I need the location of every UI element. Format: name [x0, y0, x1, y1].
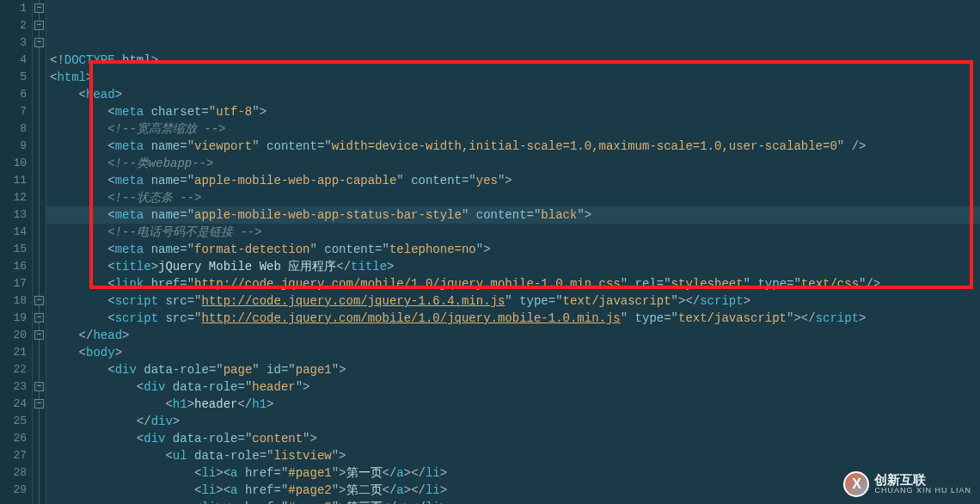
code-editor[interactable]: 1234567891011121314151617181920212223242…: [0, 0, 980, 504]
fold-marker-icon[interactable]: −: [34, 330, 44, 340]
code-token-punct: >: [151, 53, 158, 67]
code-token-tag: div: [144, 432, 165, 446]
fold-marker-icon[interactable]: −: [34, 296, 44, 305]
code-token-punct: >: [387, 260, 394, 274]
code-line[interactable]: <ul data-role="listview">: [50, 447, 980, 464]
line-number: 19: [0, 310, 27, 327]
code-line[interactable]: <!--类webapp-->: [50, 155, 980, 172]
line-number: 17: [0, 275, 27, 292]
code-line[interactable]: <div data-role="content">: [50, 430, 980, 447]
code-token-punct: <: [137, 432, 144, 446]
code-token-str: width=device-width,initial-scale=1.0,max…: [332, 139, 837, 153]
code-token-str: text/javascript: [563, 294, 671, 308]
code-line[interactable]: <head>: [50, 86, 980, 103]
line-number: 8: [0, 120, 27, 138]
code-line[interactable]: <meta name="apple-mobile-web-app-status-…: [50, 206, 980, 224]
code-line[interactable]: <li><a href="#page3">第三页</a></li>: [50, 499, 980, 504]
code-token-tag: script: [700, 294, 743, 308]
fold-column[interactable]: −−−−−−−−: [33, 0, 46, 504]
code-token-tag: meta: [115, 243, 144, 256]
code-line[interactable]: </head>: [50, 327, 980, 344]
code-token-punct: =": [273, 483, 288, 497]
fold-marker-icon[interactable]: −: [34, 382, 44, 391]
code-token-punct: <: [107, 105, 114, 119]
code-line[interactable]: <script src="http://code.jquery.com/mobi…: [50, 310, 980, 327]
code-token-attr: id: [266, 363, 281, 377]
code-token-punct: ">: [332, 466, 346, 480]
code-line[interactable]: <link href="http://code.jquery.com/mobil…: [50, 275, 980, 292]
code-token-attr: rel: [635, 277, 657, 291]
code-token-tag: h1: [173, 397, 187, 411]
code-line[interactable]: <meta name="viewport" content="width=dev…: [50, 138, 980, 155]
code-token-text: jQuery Mobile Web 应用程序: [158, 260, 336, 274]
watermark: X 创新互联 CHUANG XIN HU LIAN: [843, 471, 971, 497]
code-token-attr: href: [245, 466, 274, 480]
code-token-text: [237, 483, 244, 497]
code-line[interactable]: <h1>header</h1>: [50, 396, 980, 413]
code-line[interactable]: <title>jQuery Mobile Web 应用程序</title>: [50, 258, 980, 275]
code-token-comment: <!--宽高禁缩放 -->: [107, 122, 225, 136]
code-token-punct: ">: [577, 208, 591, 222]
code-token-punct: <: [107, 243, 114, 256]
code-token-tag: li: [201, 483, 216, 497]
code-line[interactable]: <script src="http://code.jquery.com/jque…: [50, 292, 980, 310]
code-token-text: [237, 501, 244, 504]
fold-marker-icon[interactable]: −: [34, 3, 44, 13]
code-token-punct: >: [859, 311, 866, 325]
code-line[interactable]: <!--状态条 -->: [50, 189, 980, 206]
code-token-tag: title: [351, 260, 387, 274]
code-token-tag: li: [426, 466, 440, 480]
code-token-attr: html: [122, 53, 151, 67]
code-token-str: page: [224, 363, 253, 377]
code-token-attr: content: [324, 243, 375, 256]
code-line[interactable]: <li><a href="#page1">第一页</a></li>: [50, 464, 980, 482]
code-line[interactable]: <div data-role="page" id="page1">: [50, 361, 980, 378]
code-token-tag: a: [396, 466, 403, 480]
line-number: 26: [0, 430, 27, 447]
code-token-str: #page3: [288, 501, 331, 504]
code-token-punct: ">: [332, 483, 346, 497]
code-token-punct: ">: [332, 363, 346, 377]
code-line[interactable]: <!--电话号码不是链接 -->: [50, 224, 980, 241]
code-token-punct: ></: [404, 466, 426, 480]
code-token-text: [187, 449, 194, 463]
code-token-str: utf-8: [216, 105, 252, 119]
code-token-punct: "/>: [859, 277, 880, 291]
code-token-punct: <!: [50, 53, 64, 67]
code-line[interactable]: </div>: [50, 413, 980, 430]
code-line[interactable]: <html>: [50, 69, 980, 86]
code-token-punct: ><: [216, 466, 230, 480]
code-token-attr: href: [245, 501, 274, 504]
code-token-tag: title: [115, 260, 151, 274]
code-token-attr: type: [519, 294, 548, 308]
code-line[interactable]: <li><a href="#page2">第二页</a></li>: [50, 482, 980, 499]
line-number: 10: [0, 155, 27, 172]
code-token-str: viewport: [194, 139, 252, 153]
code-token-tag: script: [816, 311, 859, 325]
code-token-tag: meta: [115, 174, 144, 187]
code-line[interactable]: <meta name="format-detection" content="t…: [50, 241, 980, 258]
line-number-gutter: 1234567891011121314151617181920212223242…: [0, 0, 33, 504]
fold-marker-icon[interactable]: −: [34, 313, 44, 323]
code-line[interactable]: <div data-role="header">: [50, 378, 980, 396]
code-token-punct: <: [107, 311, 114, 325]
code-token-punct: <: [79, 346, 86, 360]
code-line[interactable]: <!DOCTYPE html>: [50, 52, 980, 69]
code-token-punct: =": [462, 174, 476, 187]
fold-marker-icon[interactable]: −: [34, 38, 44, 47]
code-line[interactable]: <body>: [50, 344, 980, 361]
fold-marker-icon[interactable]: −: [34, 399, 44, 409]
code-token-punct: <: [165, 397, 172, 411]
code-line[interactable]: <meta name="apple-mobile-web-app-capable…: [50, 172, 980, 189]
code-token-punct: =": [548, 294, 563, 308]
line-number: 20: [0, 327, 27, 344]
fold-marker-icon[interactable]: −: [34, 21, 44, 30]
code-line[interactable]: <!--宽高禁缩放 -->: [50, 120, 980, 138]
code-token-punct: =": [180, 208, 194, 222]
code-area[interactable]: <!DOCTYPE html><html> <head> <meta chars…: [46, 0, 980, 504]
code-token-tag: li: [426, 483, 440, 497]
code-token-punct: =": [180, 243, 194, 256]
code-token-attr: type: [635, 311, 665, 325]
line-number: 1: [0, 0, 27, 17]
code-line[interactable]: <meta charset="utf-8">: [50, 103, 980, 120]
